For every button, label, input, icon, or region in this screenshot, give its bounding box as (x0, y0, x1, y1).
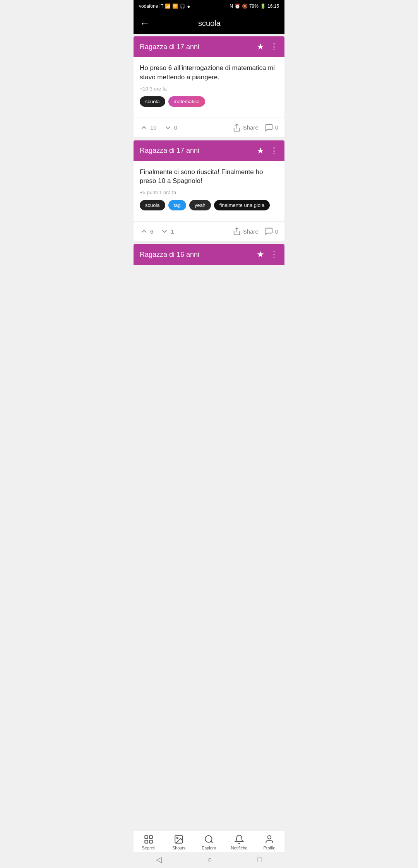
nfc-icon: N (230, 3, 233, 9)
card-header-1: Ragazza di 17 anni ★ ⋮ (134, 36, 284, 57)
wifi-icon: 🛜 (172, 3, 178, 9)
share-button-2[interactable]: Share (233, 227, 259, 236)
back-button[interactable]: ← (140, 18, 150, 28)
headset-icon: 🎧 (180, 3, 185, 9)
card-actions-1: 10 0 Share 0 (134, 118, 284, 137)
card-tags-1: scuola matematica (140, 96, 278, 107)
card-actions-header-1: ★ ⋮ (257, 42, 278, 52)
post-card-3: Ragazza di 16 anni ★ ⋮ (134, 244, 284, 265)
carrier-label: vodafone IT (139, 3, 163, 9)
battery-icon: 🔋 (260, 3, 266, 9)
card-meta-1: +10 3 ore fa (140, 86, 278, 92)
card-tags-2: scuola tag yeah finalmente una gioia (140, 200, 278, 210)
downvote-count-2: 1 (171, 228, 174, 235)
tag-scuola-1[interactable]: scuola (140, 96, 165, 107)
downvote-count-1: 0 (174, 124, 177, 131)
battery-label: 79% (249, 3, 259, 9)
upvote-count-1: 10 (150, 124, 157, 131)
star-button-1[interactable]: ★ (257, 42, 264, 52)
comment-icon-1 (265, 123, 273, 132)
comment-icon-2 (265, 227, 273, 236)
share-button-1[interactable]: Share (233, 123, 259, 132)
tag-tag-2[interactable]: tag (168, 200, 186, 210)
star-button-3[interactable]: ★ (257, 249, 264, 260)
comment-button-2[interactable]: 0 (265, 227, 278, 236)
card-author-3: Ragazza di 16 anni (140, 251, 199, 259)
time-label: 16:15 (267, 3, 279, 9)
content-area: Ragazza di 17 anni ★ ⋮ Ho preso 6 all'in… (134, 36, 284, 265)
card-author-2: Ragazza di 17 anni (140, 147, 199, 155)
card-body-1: Ho preso 6 all'interrogazione di matemat… (134, 57, 284, 118)
more-button-1[interactable]: ⋮ (270, 42, 278, 52)
upvote-count-2: 6 (150, 228, 153, 235)
downvote-icon-1 (164, 123, 172, 132)
signal-icon: 📶 (165, 3, 171, 9)
card-text-2: Finalmente ci sono riuscita! Finalmente … (140, 167, 278, 186)
downvote-icon-2 (160, 227, 169, 236)
card-actions-header-2: ★ ⋮ (257, 146, 278, 156)
post-card-1: Ragazza di 17 anni ★ ⋮ Ho preso 6 all'in… (134, 36, 284, 137)
comment-count-1: 0 (275, 124, 278, 131)
card-header-3: Ragazza di 16 anni ★ ⋮ (134, 244, 284, 265)
card-text-1: Ho preso 6 all'interrogazione di matemat… (140, 63, 278, 82)
share-icon-2 (233, 227, 241, 236)
upvote-icon-1 (140, 123, 148, 132)
post-card-2: Ragazza di 17 anni ★ ⋮ Finalmente ci son… (134, 140, 284, 241)
card-actions-2: 6 1 Share 0 (134, 222, 284, 241)
upvote-button-2[interactable]: 6 (140, 226, 157, 237)
tag-finalmente-2[interactable]: finalmente una gioia (214, 200, 270, 210)
upvote-icon-2 (140, 227, 148, 236)
downvote-button-1[interactable]: 0 (164, 122, 181, 133)
tag-yeah-2[interactable]: yeah (189, 200, 211, 210)
comment-button-1[interactable]: 0 (265, 123, 278, 132)
card-author-1: Ragazza di 17 anni (140, 43, 199, 51)
no-disturb-icon: 🔕 (242, 3, 248, 9)
tag-scuola-2[interactable]: scuola (140, 200, 165, 210)
whatsapp-icon: ● (187, 3, 190, 9)
card-body-2: Finalmente ci sono riuscita! Finalmente … (134, 161, 284, 222)
upvote-button-1[interactable]: 10 (140, 122, 161, 133)
downvote-button-2[interactable]: 1 (160, 226, 178, 237)
tag-matematica-1[interactable]: matematica (168, 96, 205, 107)
top-bar: ← scuola (134, 12, 284, 34)
card-meta-2: +5 punti 1 ora fa (140, 190, 278, 195)
alarm-icon: ⏰ (235, 3, 240, 9)
status-right: N ⏰ 🔕 79% 🔋 16:15 (230, 3, 279, 9)
card-actions-header-3: ★ ⋮ (257, 249, 278, 260)
more-button-2[interactable]: ⋮ (270, 146, 278, 156)
share-icon-1 (233, 123, 241, 132)
more-button-3[interactable]: ⋮ (270, 249, 278, 260)
share-label-1: Share (243, 124, 259, 131)
star-button-2[interactable]: ★ (257, 146, 264, 156)
comment-count-2: 0 (275, 228, 278, 235)
share-label-2: Share (243, 228, 259, 235)
status-bar: vodafone IT 📶 🛜 🎧 ● N ⏰ 🔕 79% 🔋 16:15 (134, 0, 284, 12)
status-left: vodafone IT 📶 🛜 🎧 ● (139, 3, 190, 9)
card-header-2: Ragazza di 17 anni ★ ⋮ (134, 140, 284, 161)
page-title: scuola (156, 19, 263, 28)
